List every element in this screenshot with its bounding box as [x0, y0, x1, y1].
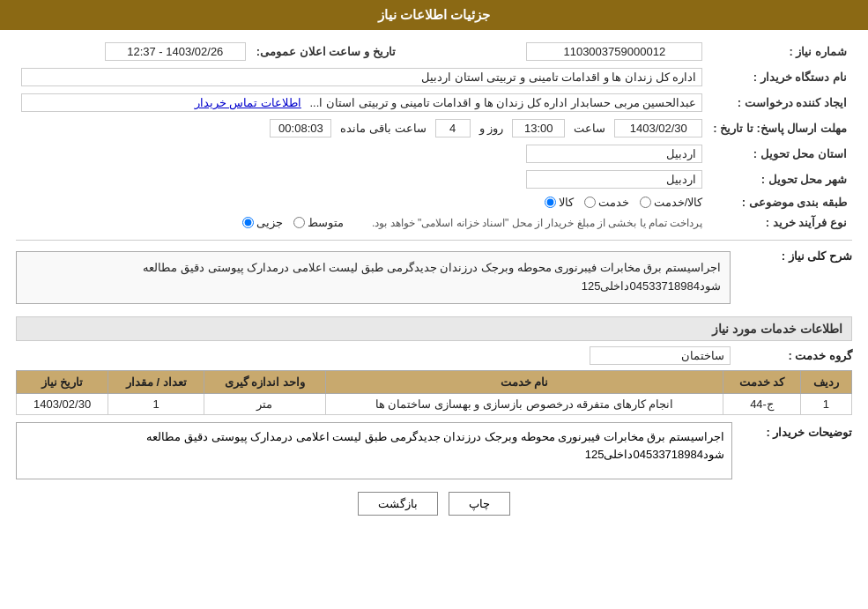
- province-field: اردبیل: [526, 145, 702, 163]
- page-header: جزئیات اطلاعات نیاز: [0, 0, 868, 30]
- services-table-body: 1ج-44انجام کارهای متفرقه درخصوص بازسازی …: [17, 393, 852, 414]
- buyer-notes-textarea[interactable]: [16, 422, 732, 479]
- requester-field: عبدالحسین مربی حسابدار اداره کل زندان ها…: [21, 93, 702, 112]
- info-row-province: استان محل تحویل : اردبیل: [16, 141, 852, 167]
- info-table: شماره نیاز : 1103003759000012 تاریخ و سا…: [16, 39, 852, 233]
- service-group-row: گروه خدمت : ساختمان: [16, 346, 852, 365]
- info-row-process: نوع فرآیند خرید : پرداخت تمام یا بخشی از…: [16, 212, 852, 233]
- deadline-days-label: روز و: [479, 122, 504, 135]
- deadline-label: مهلت ارسال پاسخ: تا تاریخ :: [708, 115, 852, 141]
- info-row-category: طبقه بندی موضوعی : کالا/خدمت خدمت کالا: [16, 192, 852, 212]
- deadline-remaining-label: ساعت باقی مانده: [340, 122, 426, 135]
- requester-label: ایجاد کننده درخواست :: [708, 90, 852, 115]
- requester-contact-link[interactable]: اطلاعات تماس خریدار: [195, 96, 301, 109]
- back-button[interactable]: بازگشت: [358, 492, 438, 516]
- col-name: نام خدمت: [325, 370, 723, 393]
- announce-date-field: 1403/02/26 - 12:37: [105, 42, 246, 61]
- need-desc-value: اجراسیستم برق مخابرات فیبرنوری محوطه وبر…: [16, 251, 731, 304]
- buttons-row: بازگشت چاپ: [16, 492, 852, 516]
- col-qty: تعداد / مقدار: [108, 370, 204, 393]
- buyer-org-field: اداره کل زندان ها و اقدامات تامینی و ترب…: [21, 68, 702, 86]
- requester-value: عبدالحسین مربی حسابدار اداره کل زندان ها…: [16, 90, 708, 115]
- need-desc-label: شرح کلی نیاز :: [738, 246, 852, 263]
- category-option-kala[interactable]: کالا: [545, 196, 574, 209]
- process-value: پرداخت تمام یا بخشی از مبلغ خریدار از مح…: [16, 212, 708, 233]
- services-table: ردیف کد خدمت نام خدمت واحد اندازه گیری ت…: [16, 370, 852, 415]
- info-row-requester: ایجاد کننده درخواست : عبدالحسین مربی حسا…: [16, 90, 852, 115]
- process-option-jozi[interactable]: جزیی: [242, 216, 283, 229]
- table-cell-qty: 1: [108, 393, 204, 414]
- announce-date-label: تاریخ و ساعت اعلان عمومی:: [251, 39, 401, 64]
- need-desc-row: شرح کلی نیاز : اجراسیستم برق مخابرات فیب…: [16, 246, 852, 309]
- category-option-kala-khedmat[interactable]: کالا/خدمت: [640, 196, 703, 209]
- table-cell-row: 1: [800, 393, 851, 414]
- col-code: کد خدمت: [723, 370, 800, 393]
- page-title: جزئیات اطلاعات نیاز: [378, 7, 490, 22]
- info-row-deadline: مهلت ارسال پاسخ: تا تاریخ : 1403/02/30 س…: [16, 115, 852, 141]
- category-option-khedmat[interactable]: خدمت: [584, 196, 629, 209]
- process-description: پرداخت تمام یا بخشی از مبلغ خریدار از مح…: [372, 217, 702, 229]
- need-number-value: 1103003759000012: [419, 39, 708, 64]
- need-number-field: 1103003759000012: [526, 42, 702, 61]
- table-row: 1ج-44انجام کارهای متفرقه درخصوص بازسازی …: [17, 393, 852, 414]
- table-cell-code: ج-44: [723, 393, 800, 414]
- deadline-time-field: 13:00: [512, 119, 565, 137]
- deadline-time-label: ساعت: [574, 122, 605, 135]
- divider-1: [16, 240, 852, 241]
- deadline-date-field: 1403/02/30: [614, 119, 702, 137]
- content-area: شماره نیاز : 1103003759000012 تاریخ و سا…: [0, 30, 868, 533]
- col-date: تاریخ نیاز: [17, 370, 108, 393]
- col-row: ردیف: [800, 370, 851, 393]
- services-table-header-row: ردیف کد خدمت نام خدمت واحد اندازه گیری ت…: [17, 370, 852, 393]
- buyer-notes-label: توضیحات خریدار :: [738, 422, 852, 439]
- province-value: اردبیل: [16, 141, 708, 167]
- category-label: طبقه بندی موضوعی :: [708, 192, 852, 212]
- deadline-value: 1403/02/30 ساعت 13:00 روز و 4 ساعت باقی …: [16, 115, 708, 141]
- page-container: جزئیات اطلاعات نیاز شماره نیاز : 1103003…: [0, 0, 868, 609]
- announce-date-value: 1403/02/26 - 12:37: [16, 39, 251, 64]
- info-row-city: شهر محل تحویل : اردبیل: [16, 167, 852, 192]
- table-cell-unit: متر: [204, 393, 325, 414]
- deadline-remaining-field: 00:08:03: [270, 119, 331, 137]
- process-label: نوع فرآیند خرید :: [708, 212, 852, 233]
- table-cell-name: انجام کارهای متفرقه درخصوص بازسازی و بهس…: [325, 393, 723, 414]
- service-group-value: ساختمان: [590, 346, 731, 365]
- deadline-days-field: 4: [435, 119, 471, 137]
- city-field: اردبیل: [526, 170, 702, 189]
- buyer-org-label: نام دستگاه خریدار :: [708, 64, 852, 90]
- services-section-header: اطلاعات خدمات مورد نیاز: [16, 316, 852, 341]
- need-number-label: شماره نیاز :: [708, 39, 852, 64]
- info-row-need-number: شماره نیاز : 1103003759000012 تاریخ و سا…: [16, 39, 852, 64]
- col-unit: واحد اندازه گیری: [204, 370, 325, 393]
- city-value: اردبیل: [16, 167, 708, 192]
- buyer-notes-row: توضیحات خریدار :: [16, 422, 852, 479]
- print-button[interactable]: چاپ: [449, 492, 510, 516]
- service-group-label: گروه خدمت :: [738, 349, 852, 362]
- info-row-buyer-org: نام دستگاه خریدار : اداره کل زندان ها و …: [16, 64, 852, 90]
- buyer-org-value: اداره کل زندان ها و اقدامات تامینی و ترب…: [16, 64, 708, 90]
- process-option-motavasset[interactable]: متوسط: [293, 216, 344, 229]
- table-cell-date: 1403/02/30: [17, 393, 108, 414]
- city-label: شهر محل تحویل :: [708, 167, 852, 192]
- province-label: استان محل تحویل :: [708, 141, 852, 167]
- category-value: کالا/خدمت خدمت کالا: [16, 192, 708, 212]
